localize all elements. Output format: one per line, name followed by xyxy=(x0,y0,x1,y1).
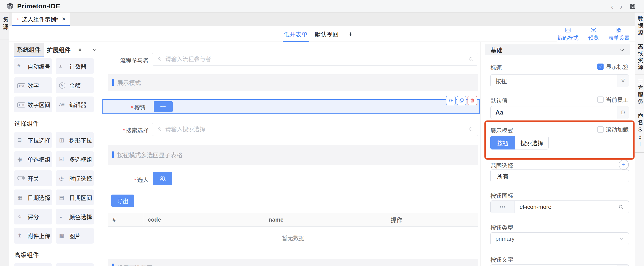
nav-forward-icon[interactable]: › xyxy=(620,3,622,10)
code-mode-label: 编码模式 xyxy=(558,34,578,41)
date-icon: ▦ xyxy=(17,194,28,200)
copy-icon xyxy=(459,98,464,103)
component-switch[interactable]: 开关 xyxy=(14,170,52,186)
button-text-input[interactable] xyxy=(490,264,629,266)
save-icon[interactable] xyxy=(629,3,636,10)
component-editor[interactable]: A≡ 编辑器 xyxy=(56,96,94,112)
component-number-range[interactable]: 1~3 数字区间 xyxy=(14,96,52,112)
rail-item-thirdparty[interactable]: 三方服务 xyxy=(635,75,644,109)
checkbox-unchecked-icon[interactable] xyxy=(598,126,604,132)
display-mode-prop-label: 展示模式 xyxy=(490,126,513,134)
title-input-addon[interactable]: V xyxy=(617,74,628,87)
button-type-select[interactable]: primary xyxy=(490,232,629,245)
section-accent-bar xyxy=(112,79,114,86)
export-button[interactable]: 导出 xyxy=(111,194,134,207)
title-input-field[interactable] xyxy=(496,78,617,84)
person-icon xyxy=(156,56,162,62)
segment-option-search-select[interactable]: 搜索选择 xyxy=(515,136,548,150)
show-label-checkbox[interactable]: 显示标签 xyxy=(598,62,628,70)
participant-field-label: 流程参与者 xyxy=(102,56,148,64)
scroll-load-checkbox[interactable]: 滚动加载 xyxy=(598,125,628,134)
component-color-picker[interactable]: ◒ 颜色选择 xyxy=(56,208,94,224)
component-time-picker[interactable]: ◷ 时间选择 xyxy=(56,170,94,186)
component-counter[interactable]: ± 计数器 xyxy=(56,58,94,74)
clipped-component-item[interactable] xyxy=(14,263,52,266)
add-view-button[interactable]: + xyxy=(348,26,352,42)
icon-preview-addon[interactable]: ••• xyxy=(490,201,515,213)
component-image[interactable]: ▧ 图片 xyxy=(56,228,94,244)
component-radio-group[interactable]: ◉ 单选框组 xyxy=(14,151,52,167)
search-select-input-field[interactable] xyxy=(165,126,465,133)
checkbox-checked-icon[interactable] xyxy=(598,64,604,70)
participant-input-field[interactable] xyxy=(165,56,465,63)
title-input[interactable]: V xyxy=(490,74,629,87)
col-header-index: # xyxy=(108,213,143,226)
table-empty-text: 暂无数据 xyxy=(108,227,478,249)
component-dropdown[interactable]: ⊟ 下拉选择 xyxy=(14,132,52,148)
doc-tab-active[interactable]: 选人组件示例* × xyxy=(12,12,70,26)
form-settings-button[interactable]: 表单设置 xyxy=(608,27,630,41)
nav-back-icon[interactable]: ‹ xyxy=(611,3,613,10)
view-bar: 低开表单 默认视图 + 编码模式 预览 xyxy=(9,26,635,42)
rail-item-namedsql[interactable]: 命名Sql xyxy=(635,109,644,152)
props-section-basic[interactable]: 基础 xyxy=(485,44,630,56)
default-value-input[interactable]: D xyxy=(490,106,629,119)
range-select-input[interactable]: 所有 xyxy=(490,170,629,182)
rail-item-resources[interactable]: 资源 xyxy=(0,12,9,32)
currency-icon: ¥ xyxy=(59,82,69,88)
checkbox-unchecked-icon[interactable] xyxy=(598,96,604,103)
button-text-input-addon[interactable] xyxy=(617,265,628,266)
app-logo-icon xyxy=(6,2,14,10)
component-number[interactable]: 123 数字 xyxy=(14,78,52,93)
icon-search-addon[interactable] xyxy=(613,201,628,213)
component-date-range[interactable]: ▤ 日期区间 xyxy=(56,190,94,205)
left-rail: 资源 xyxy=(0,12,9,266)
component-attachment-upload[interactable]: ↥ 附件上传 xyxy=(14,228,52,244)
component-checkbox-group[interactable]: ☑ 多选框组 xyxy=(56,151,94,167)
palette-menu-icon[interactable]: ≡ xyxy=(78,47,81,52)
code-mode-button[interactable]: 编码模式 xyxy=(558,27,578,41)
code-mode-icon xyxy=(565,27,571,33)
col-header-name: name xyxy=(264,213,386,226)
person-picker-button[interactable] xyxy=(153,172,172,185)
preview-button[interactable]: 预览 xyxy=(588,27,599,41)
tab-system-components[interactable]: 系统组件 xyxy=(14,43,44,56)
plus-icon xyxy=(621,162,626,167)
search-icon xyxy=(618,204,624,210)
current-employee-checkbox[interactable]: 当前员工 xyxy=(598,96,628,104)
copy-button[interactable] xyxy=(457,96,466,105)
close-icon[interactable]: × xyxy=(62,16,66,22)
tab-lowcode-form[interactable]: 低开表单 xyxy=(284,26,308,42)
search-icon xyxy=(468,56,474,62)
button-icon-input-field[interactable] xyxy=(520,204,613,210)
clipped-component-item[interactable] xyxy=(56,263,94,266)
rail-item-datasource[interactable]: 数据源 xyxy=(635,12,644,40)
settings-button[interactable] xyxy=(446,96,456,105)
component-currency[interactable]: ¥ 金额 xyxy=(56,78,94,93)
tab-extended-components[interactable]: 扩展组件 xyxy=(44,43,74,56)
sub-table: # code name 操作 暂无数据 xyxy=(108,213,478,249)
group-header-advanced-components: 高级组件 xyxy=(14,250,102,259)
delete-button[interactable] xyxy=(468,96,477,105)
col-header-actions: 操作 xyxy=(386,213,478,226)
component-tree-dropdown[interactable]: ◫ 树形下拉 xyxy=(56,132,94,148)
component-date-picker[interactable]: ▦ 日期选择 xyxy=(14,190,52,205)
default-value-input-addon[interactable]: D xyxy=(617,106,628,119)
component-rating[interactable]: ☆ 评分 xyxy=(14,208,52,224)
right-rail: 数据源 离线资源 三方服务 命名Sql xyxy=(635,12,644,266)
search-select-input[interactable] xyxy=(152,123,478,136)
button-icon-input[interactable]: ••• xyxy=(490,200,629,213)
segment-option-button[interactable]: 按钮 xyxy=(490,136,515,150)
selected-button-field-row[interactable]: *按钮 ••• xyxy=(102,99,480,114)
tab-default-view[interactable]: 默认视图 xyxy=(315,26,338,42)
required-asterisk: * xyxy=(131,104,133,111)
participant-input[interactable] xyxy=(152,53,478,66)
palette-collapse-chevron-icon[interactable] xyxy=(92,47,98,52)
rail-item-offline[interactable]: 离线资源 xyxy=(635,40,644,75)
component-grid-select: ⊟ 下拉选择 ◫ 树形下拉 ◉ 单选框组 ☑ 多选框组 开关 ◷ 时间选择 xyxy=(14,132,102,244)
counter-icon: ± xyxy=(59,63,69,69)
default-value-input-field[interactable] xyxy=(496,109,617,116)
component-auto-number[interactable]: # 自动编号 xyxy=(14,58,52,74)
add-range-button[interactable] xyxy=(619,160,629,170)
more-button[interactable]: ••• xyxy=(154,101,173,112)
